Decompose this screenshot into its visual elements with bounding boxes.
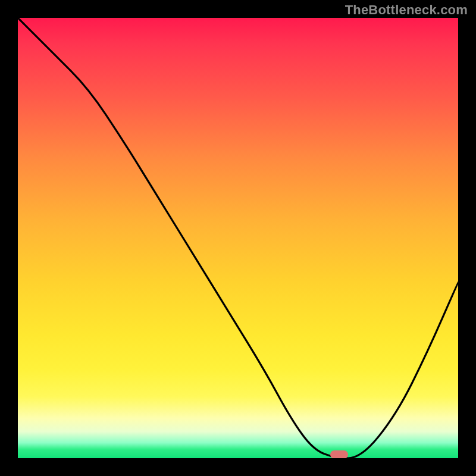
plot-area <box>18 18 458 458</box>
curve-svg <box>18 18 458 458</box>
chart-frame: TheBottleneck.com <box>0 0 476 476</box>
optimum-marker <box>330 450 348 458</box>
watermark-text: TheBottleneck.com <box>345 2 468 18</box>
bottleneck-curve-path <box>18 18 458 458</box>
